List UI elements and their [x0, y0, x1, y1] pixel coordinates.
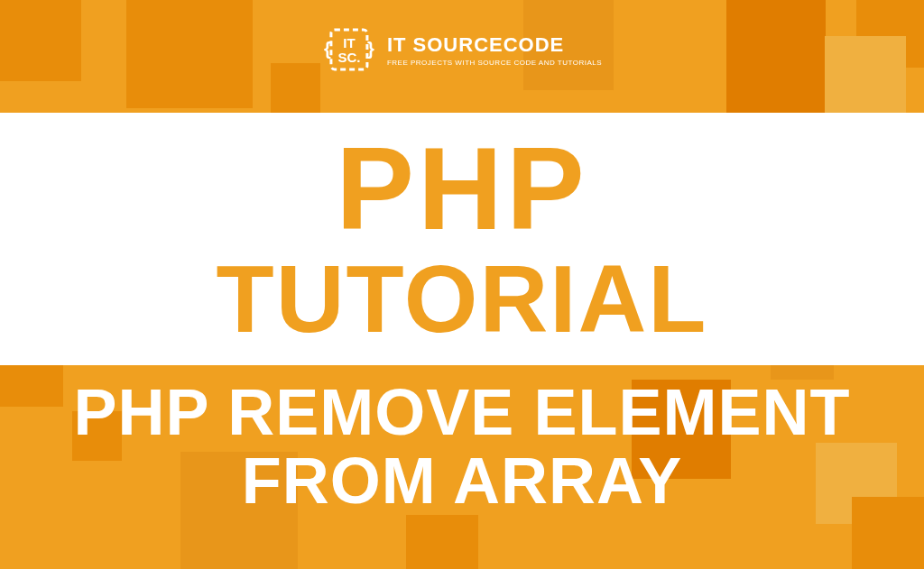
brand-logo: IT SC. { } IT SOURCECODE FREE PROJECTS W…: [322, 23, 602, 77]
decorative-square: [406, 515, 478, 569]
main-title-line2: TUTORIAL: [217, 254, 708, 344]
decorative-square: [126, 0, 253, 108]
subtitle-section: PHP REMOVE ELEMENT FROM ARRAY: [0, 379, 924, 515]
subtitle-line2: FROM ARRAY: [0, 447, 924, 516]
subtitle-line1: PHP REMOVE ELEMENT: [0, 379, 924, 447]
main-title-band: PHP TUTORIAL: [0, 113, 924, 365]
svg-text:SC.: SC.: [337, 50, 360, 65]
main-title-line1: PHP: [336, 133, 587, 245]
decorative-square: [0, 0, 81, 81]
logo-subtitle: FREE PROJECTS WITH SOURCE CODE AND TUTOR…: [387, 59, 602, 67]
decorative-square: [726, 0, 826, 113]
svg-text:{: {: [324, 39, 331, 59]
decorative-square: [825, 36, 906, 117]
svg-text:IT: IT: [343, 35, 355, 50]
decorative-square: [271, 63, 320, 113]
logo-title: IT SOURCECODE: [387, 33, 602, 57]
logo-icon: IT SC. { }: [322, 23, 376, 77]
svg-text:}: }: [367, 39, 374, 59]
logo-text: IT SOURCECODE FREE PROJECTS WITH SOURCE …: [387, 33, 602, 67]
